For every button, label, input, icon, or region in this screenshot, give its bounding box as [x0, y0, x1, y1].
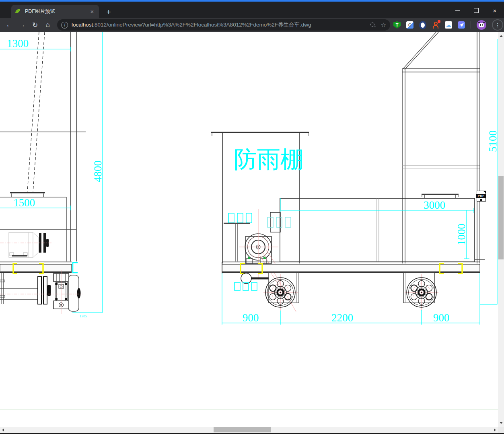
dim-1385: 1385 [80, 314, 87, 318]
shed-view: 防雨棚 [211, 132, 309, 312]
url-host: localhost [72, 22, 93, 28]
tab-pdf-preview[interactable]: PDF图片预览 × [11, 5, 99, 18]
minimize-icon [455, 10, 460, 11]
forward-button[interactable]: → [16, 19, 28, 31]
close-icon: × [493, 8, 497, 14]
vertical-scrollbar[interactable] [498, 32, 504, 427]
dim-3000: 3000 [424, 199, 445, 211]
vertical-scrollbar-thumb[interactable] [498, 176, 504, 259]
pdf-download-icon[interactable]: PDF [477, 191, 486, 202]
window-controls: × [448, 3, 504, 18]
zoom-icon[interactable] [370, 22, 376, 28]
toolbar-separator [471, 21, 471, 29]
shed-label: 防雨棚 [234, 146, 304, 172]
ring-extension-icon[interactable] [419, 21, 426, 29]
bookmark-star-icon[interactable]: ☆ [381, 21, 386, 29]
cloud-extension-icon[interactable]: ☁ [445, 21, 452, 29]
dim-2200: 2200 [331, 312, 353, 324]
figure-extension-icon[interactable] [432, 21, 439, 29]
scroll-left-arrow-icon[interactable] [2, 428, 4, 432]
ring-icon [419, 21, 426, 29]
bird-icon [459, 23, 464, 27]
url-bar[interactable]: i localhost:8012/onlinePreview?url=http%… [57, 19, 390, 31]
scroll-up-arrow-icon[interactable] [500, 35, 503, 37]
page-info-icon[interactable]: i [61, 22, 68, 29]
pdf-page-fold [483, 191, 486, 193]
dim-1000: 1000 [455, 224, 467, 245]
pdf-badge-label: PDF [476, 194, 486, 198]
maximize-button[interactable] [467, 3, 485, 18]
frame-and-wheels [222, 262, 480, 311]
left-view-dimensions: 1300 4800 1500 1385 [0, 32, 104, 318]
main-dimensions: 3000 1000 5100 900 2200 900 [222, 39, 498, 325]
dim-1300: 1300 [7, 37, 29, 49]
horizontal-scrollbar[interactable] [0, 427, 498, 433]
pdf-icon-detail [480, 199, 482, 201]
right-view [402, 32, 485, 263]
deck-view [280, 69, 475, 263]
tampermonkey-extension-icon[interactable]: T [393, 21, 401, 29]
cad-drawing: 1300 4800 1500 1385 防雨棚 [0, 32, 498, 427]
new-tab-button[interactable]: + [103, 6, 114, 18]
tab-close-icon[interactable]: × [88, 8, 96, 15]
maximize-icon [474, 8, 479, 13]
notification-badge [438, 20, 440, 23]
url-path: :8012/onlinePreview?url=http%3A%2F%2Floc… [93, 22, 311, 28]
back-button[interactable]: ← [3, 19, 15, 31]
dim-900-right: 900 [433, 312, 450, 324]
spring-leaf-favicon [14, 8, 21, 14]
scroll-right-arrow-icon[interactable] [494, 428, 496, 432]
home-button[interactable]: ⌂ [42, 19, 54, 31]
profile-avatar[interactable] [477, 20, 486, 30]
bird-extension-icon[interactable] [458, 21, 465, 29]
translate-extension-icon[interactable]: G [406, 21, 413, 29]
chrome-menu-button[interactable]: ⋮ [492, 19, 503, 31]
scrollbar-corner [498, 427, 504, 433]
browser-window: PDF图片预览 × + × ← → ↻ ⌂ i localhost:8012/o… [0, 0, 504, 434]
avatar-eye [480, 24, 481, 26]
tab-bar: PDF图片预览 × + × [0, 2, 504, 18]
scroll-down-arrow-icon[interactable] [500, 422, 503, 424]
url-text[interactable]: localhost:8012/onlinePreview?url=http%3A… [72, 21, 370, 29]
tab-title: PDF图片预览 [25, 8, 88, 15]
dim-1500: 1500 [13, 197, 35, 209]
figure-body [433, 25, 438, 29]
reload-button[interactable]: ↻ [29, 19, 41, 31]
close-button[interactable]: × [485, 3, 504, 18]
page-content: 1300 4800 1500 1385 防雨棚 [0, 32, 498, 427]
left-view [0, 32, 86, 314]
image-bottom-edge [0, 409, 498, 410]
horizontal-scrollbar-thumb[interactable] [214, 427, 271, 432]
minimize-button[interactable] [448, 3, 467, 18]
dim-5100: 5100 [487, 130, 498, 152]
avatar-eye [482, 24, 483, 26]
dim-4800: 4800 [92, 160, 104, 182]
dim-900-left: 900 [243, 312, 259, 324]
extensions-row: T G ☁ ⋮ [393, 18, 503, 32]
